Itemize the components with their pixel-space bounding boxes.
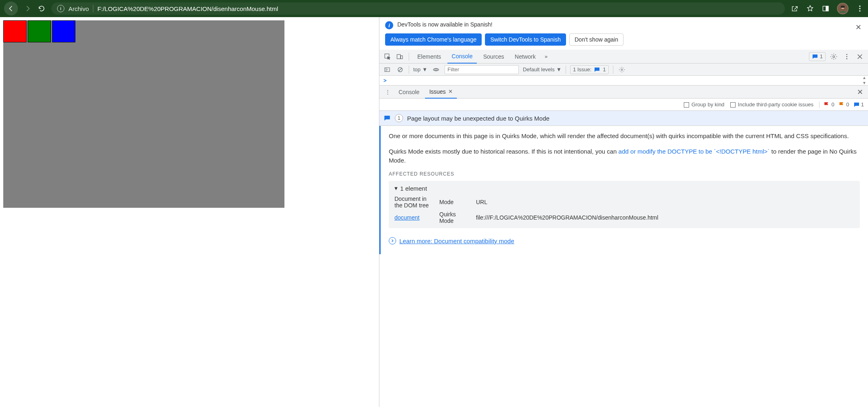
issue-detail-pane: One or more documents in this page is in…: [379, 126, 868, 254]
tab-sources[interactable]: Sources: [479, 50, 508, 63]
col-header-document: Document in the DOM tree: [394, 196, 431, 209]
console-input[interactable]: > ▲▼: [379, 76, 868, 86]
bookmark-star-icon[interactable]: [806, 4, 814, 13]
close-devtools-icon[interactable]: [855, 52, 865, 62]
drawer-kebab-icon[interactable]: ⋮: [383, 89, 393, 95]
drawer-tab-issues[interactable]: Issues ✕: [425, 86, 456, 99]
tab-network[interactable]: Network: [511, 50, 540, 63]
drawer-close-icon[interactable]: ✕: [855, 88, 865, 97]
external-link-icon: [389, 237, 396, 244]
issue-severity-counts: 0 0 1: [819, 101, 864, 108]
url-separator: [93, 5, 93, 12]
svg-point-15: [435, 68, 437, 70]
drawing-canvas[interactable]: [3, 20, 284, 208]
address-bar[interactable]: i Archivo F:/LOGICA%20DE%20PROGRAMACION/…: [51, 2, 785, 15]
color-swatch-red[interactable]: [3, 20, 26, 42]
tab-console[interactable]: Console: [447, 50, 476, 64]
svg-point-16: [621, 69, 623, 70]
devtools-panel: i DevTools is now available in Spanish! …: [379, 17, 868, 407]
issues-toolbar: Group by kind Include third-party cookie…: [379, 99, 868, 111]
clear-console-icon[interactable]: [396, 65, 405, 74]
drawer-tab-bar: ⋮ Console Issues ✕ ✕: [379, 86, 868, 99]
affected-url-value: file:///F:/LOGICA%20DE%20PROGRAMACION/di…: [476, 214, 854, 221]
gear-icon[interactable]: [829, 52, 839, 62]
learn-more-link[interactable]: Learn more: Document compatibility mode: [399, 238, 514, 244]
affected-resources-heading: Affected Resources: [389, 171, 860, 177]
side-panel-icon[interactable]: [822, 4, 830, 13]
language-buttons: Always match Chrome's language Switch De…: [379, 31, 868, 50]
svg-point-5: [859, 10, 860, 11]
issue-paragraph-2: Quirks Mode exists mostly due to histori…: [389, 147, 860, 165]
more-tabs-icon[interactable]: »: [542, 53, 550, 59]
issue-count-badge: 1: [395, 114, 403, 122]
kebab-icon[interactable]: [842, 52, 852, 62]
info-banner-text: DevTools is now available in Spanish!: [397, 21, 492, 28]
chevron-down-icon: ▼: [422, 66, 427, 73]
issue-paragraph-1: One or more documents in this page is in…: [389, 132, 860, 141]
color-swatch-green[interactable]: [28, 20, 51, 42]
log-levels-selector[interactable]: Default levels ▼: [523, 66, 562, 73]
share-icon[interactable]: [791, 4, 799, 13]
browser-toolbar: i Archivo F:/LOGICA%20DE%20PROGRAMACION/…: [0, 0, 868, 17]
console-settings-gear-icon[interactable]: [617, 65, 626, 74]
toolbar-right: [791, 3, 864, 14]
language-info-banner: i DevTools is now available in Spanish! …: [379, 17, 868, 31]
info-icon: i: [385, 21, 393, 29]
forward-button[interactable]: [24, 4, 32, 13]
devtools-tab-bar: Elements Console Sources Network » 1: [379, 50, 868, 64]
site-info-icon[interactable]: i: [57, 5, 64, 12]
always-match-language-button[interactable]: Always match Chrome's language: [385, 33, 482, 46]
back-button[interactable]: [4, 2, 18, 15]
affected-document-link[interactable]: document: [394, 214, 431, 221]
issues-counter[interactable]: 1 Issue: 1: [570, 65, 609, 74]
chevron-down-icon: ▼: [556, 66, 562, 73]
svg-point-11: [846, 56, 848, 57]
issue-list-item[interactable]: 1 Page layout may be unexpected due to Q…: [379, 111, 868, 126]
learn-more-row: Learn more: Document compatibility mode: [389, 237, 860, 244]
svg-point-12: [846, 58, 848, 59]
show-console-sidebar-icon[interactable]: [383, 65, 392, 74]
messages-count: 1: [820, 53, 823, 59]
prompt-chevron-icon: >: [383, 77, 387, 84]
reload-button[interactable]: [37, 4, 46, 13]
svg-point-3: [859, 6, 860, 7]
inspect-element-icon[interactable]: [383, 52, 392, 62]
issue-title: Page layout may be unexpected due to Qui…: [407, 115, 549, 122]
svg-point-9: [833, 55, 835, 57]
messages-badge[interactable]: 1: [809, 52, 826, 61]
scroll-buttons[interactable]: ▲▼: [862, 76, 866, 85]
affected-element-toggle[interactable]: ▾1 element: [394, 185, 854, 192]
url-prefix: Archivo: [68, 5, 89, 12]
live-expression-icon[interactable]: [432, 65, 441, 74]
svg-rect-1: [826, 6, 828, 11]
svg-point-10: [846, 54, 848, 55]
console-toolbar: top ▼ Default levels ▼ 1 Issue: 1: [379, 64, 868, 76]
context-selector[interactable]: top ▼: [413, 66, 427, 73]
console-filter-input[interactable]: [445, 65, 519, 74]
affected-resources-table: Document in the DOM tree Mode URL docume…: [394, 196, 854, 224]
tab-elements[interactable]: Elements: [413, 50, 445, 63]
drawer-tab-console[interactable]: Console: [394, 86, 423, 98]
svg-rect-7: [397, 54, 400, 59]
close-tab-icon[interactable]: ✕: [448, 88, 453, 95]
page-viewport: [0, 17, 379, 407]
kebab-menu-icon[interactable]: [856, 4, 864, 13]
col-header-mode: Mode: [439, 199, 468, 205]
svg-rect-8: [401, 55, 403, 59]
device-toolbar-icon[interactable]: [395, 52, 405, 62]
color-swatch-blue[interactable]: [52, 20, 75, 42]
affected-mode-value: Quirks Mode: [439, 211, 468, 224]
col-header-url: URL: [476, 199, 854, 205]
switch-to-spanish-button[interactable]: Switch DevTools to Spanish: [485, 33, 566, 46]
third-party-cookie-checkbox[interactable]: Include third-party cookie issues: [730, 101, 814, 108]
affected-resources-box: ▾1 element Document in the DOM tree Mode…: [389, 181, 860, 228]
doctype-fix-link[interactable]: add or modify the DOCTYPE to be `<!DOCTY…: [619, 148, 770, 155]
close-icon[interactable]: ✕: [855, 23, 861, 32]
svg-point-4: [859, 8, 860, 9]
group-by-kind-checkbox[interactable]: Group by kind: [684, 101, 725, 108]
arrow-left-icon: [7, 4, 15, 13]
url-text: F:/LOGICA%20DE%20PROGRAMACION/disenharco…: [97, 5, 278, 12]
dont-show-again-button[interactable]: Don't show again: [569, 33, 623, 46]
profile-avatar[interactable]: [837, 3, 848, 14]
